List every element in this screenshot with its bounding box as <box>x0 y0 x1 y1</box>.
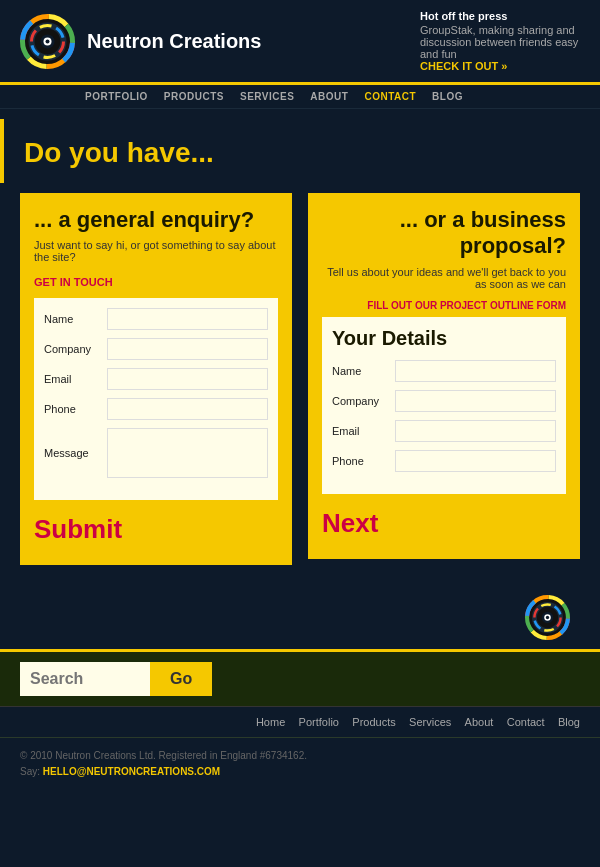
footer-nav-home[interactable]: Home <box>256 716 285 728</box>
email-input[interactable] <box>107 368 268 390</box>
footer-nav-contact[interactable]: Contact <box>507 716 545 728</box>
fill-out-label: FILL OUT OUR PROJECT OUTLINE FORM <box>322 300 566 311</box>
name-row: Name <box>44 308 268 330</box>
r-company-row: Company <box>332 390 556 412</box>
company-input[interactable] <box>107 338 268 360</box>
left-subtitle: Just want to say hi, or got something to… <box>34 239 278 263</box>
phone-row: Phone <box>44 398 268 420</box>
message-label: Message <box>44 447 99 459</box>
header: Neutron Creations Hot off the press Grou… <box>0 0 600 85</box>
page-title-area: Do you have... <box>0 119 600 183</box>
r-phone-row: Phone <box>332 450 556 472</box>
right-subtitle: Tell us about your ideas and we'll get b… <box>322 266 566 290</box>
say-label: Say: <box>20 766 40 777</box>
nav-products[interactable]: PRODUCTS <box>164 91 224 102</box>
phone-label: Phone <box>44 403 99 415</box>
footer-email[interactable]: HELLO@NEUTRONCREATIONS.COM <box>43 766 220 777</box>
search-bar: Go <box>0 649 600 707</box>
name-input[interactable] <box>107 308 268 330</box>
nav-services[interactable]: SERVICES <box>240 91 294 102</box>
footer-logo-icon <box>525 595 570 640</box>
submit-button[interactable]: Submit <box>34 514 122 545</box>
footer-bottom: © 2010 Neutron Creations Ltd. Registered… <box>0 737 600 790</box>
right-panel: ... or a business proposal? Tell us abou… <box>308 193 580 559</box>
r-phone-label: Phone <box>332 455 387 467</box>
nav-portfolio[interactable]: PORTFOLIO <box>85 91 148 102</box>
nav-about[interactable]: ABOUT <box>310 91 348 102</box>
hot-press-heading: Hot off the press <box>420 10 580 22</box>
r-phone-input[interactable] <box>395 450 556 472</box>
footer-nav-blog[interactable]: Blog <box>558 716 580 728</box>
footer-nav-about[interactable]: About <box>465 716 494 728</box>
right-heading: ... or a business proposal? <box>322 207 566 260</box>
left-heading: ... a general enquiry? <box>34 207 278 233</box>
r-name-label: Name <box>332 365 387 377</box>
nav: PORTFOLIO PRODUCTS SERVICES ABOUT CONTAC… <box>0 85 600 109</box>
hot-press-box: Hot off the press GroupStak, making shar… <box>420 10 580 72</box>
footer-nav-portfolio[interactable]: Portfolio <box>299 716 339 728</box>
main-content: ... a general enquiry? Just want to say … <box>0 183 600 585</box>
go-button[interactable]: Go <box>150 662 212 696</box>
company-row: Company <box>44 338 268 360</box>
email-label: Email <box>44 373 99 385</box>
r-email-row: Email <box>332 420 556 442</box>
hot-press-link[interactable]: CHECK IT OUT » <box>420 60 507 72</box>
hot-press-text: GroupStak, making sharing and discussion… <box>420 24 578 60</box>
left-panel: ... a general enquiry? Just want to say … <box>20 193 292 565</box>
nav-contact[interactable]: CONTACT <box>364 91 416 102</box>
phone-input[interactable] <box>107 398 268 420</box>
r-company-input[interactable] <box>395 390 556 412</box>
svg-point-12 <box>46 39 50 43</box>
left-form-card: Name Company Email Phone Message <box>34 298 278 500</box>
search-input[interactable] <box>20 662 150 696</box>
company-label: Company <box>44 343 99 355</box>
site-title: Neutron Creations <box>87 30 261 53</box>
copyright: © 2010 Neutron Creations Ltd. Registered… <box>20 750 307 761</box>
r-company-label: Company <box>332 395 387 407</box>
svg-point-25 <box>546 616 549 619</box>
r-name-row: Name <box>332 360 556 382</box>
footer-nav: Home Portfolio Products Services About C… <box>0 707 600 737</box>
footer-nav-services[interactable]: Services <box>409 716 451 728</box>
next-button[interactable]: Next <box>322 508 378 539</box>
name-label: Name <box>44 313 99 325</box>
logo-icon <box>20 14 75 69</box>
r-email-input[interactable] <box>395 420 556 442</box>
footer-logo-area <box>0 585 600 649</box>
nav-blog[interactable]: BLOG <box>432 91 463 102</box>
your-details-heading: Your Details <box>332 327 556 350</box>
right-form-card: Your Details Name Company Email Phone <box>322 317 566 494</box>
logo-area: Neutron Creations <box>20 14 261 69</box>
message-input[interactable] <box>107 428 268 478</box>
footer-nav-products[interactable]: Products <box>352 716 395 728</box>
r-name-input[interactable] <box>395 360 556 382</box>
message-row: Message <box>44 428 268 478</box>
email-row: Email <box>44 368 268 390</box>
get-in-touch-label: GET IN TOUCH <box>34 276 113 288</box>
r-email-label: Email <box>332 425 387 437</box>
page-title: Do you have... <box>24 137 580 169</box>
